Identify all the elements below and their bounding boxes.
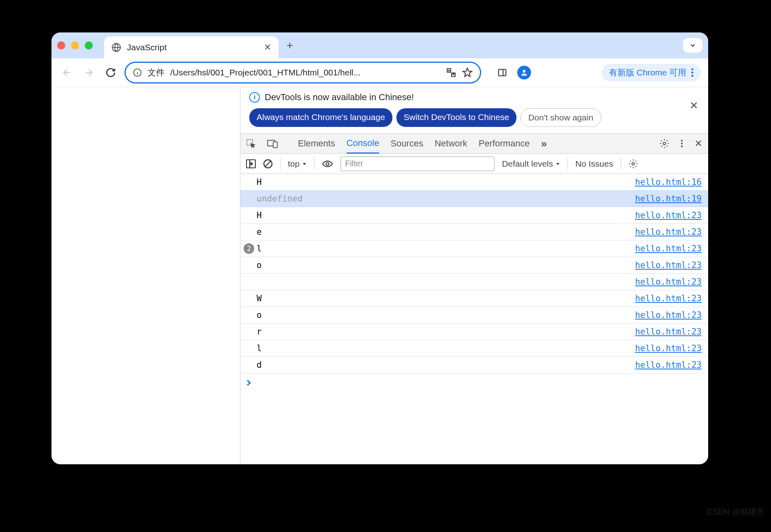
tab-network[interactable]: Network (435, 134, 467, 153)
profile-button[interactable] (516, 64, 532, 81)
console-row: ohello.html:23 (240, 257, 708, 274)
filter-input[interactable]: Filter (341, 157, 495, 171)
context-selector[interactable]: top (288, 159, 307, 169)
source-link[interactable]: hello.html:23 (635, 294, 702, 303)
svg-rect-2 (499, 69, 506, 76)
console-toolbar: top Filter Default levels No Issues (240, 154, 708, 174)
side-panel-button[interactable] (494, 64, 510, 81)
navigation-toolbar: 文件 /Users/hsl/001_Project/001_HTML/html_… (51, 58, 708, 87)
close-tab-icon[interactable]: ✕ (264, 42, 271, 53)
log-levels-selector[interactable]: Default levels (502, 159, 560, 169)
console-row: 2lhello.html:23 (240, 240, 708, 257)
close-devtools-icon[interactable]: ✕ (694, 138, 702, 149)
more-icon[interactable] (691, 68, 694, 77)
issues-label[interactable]: No Issues (575, 159, 613, 169)
svg-point-10 (663, 142, 666, 145)
tabs-dropdown-button[interactable] (683, 38, 702, 53)
console-row: undefinedhello.html:19 (240, 191, 708, 207)
console-prompt[interactable] (240, 373, 708, 392)
clear-console-icon[interactable] (263, 159, 273, 169)
reload-button[interactable] (103, 64, 119, 81)
dismiss-banner-button[interactable]: Don't show again (520, 108, 601, 127)
console-row: ohello.html:23 (240, 307, 708, 324)
svg-point-3 (523, 70, 526, 73)
site-info-icon[interactable] (133, 68, 142, 77)
browser-window: JavaScript ✕ + 文件 /Users/hsl/001_Project… (51, 32, 708, 464)
console-message: l (254, 343, 635, 353)
svg-point-13 (681, 146, 683, 147)
console-settings-icon[interactable] (628, 159, 638, 169)
tab-strip: JavaScript ✕ + (51, 32, 708, 58)
settings-icon[interactable] (660, 139, 669, 148)
translate-icon[interactable] (446, 67, 456, 78)
bookmark-icon[interactable] (462, 67, 473, 78)
back-button[interactable] (59, 64, 75, 81)
new-tab-button[interactable]: + (282, 39, 298, 52)
browser-tab[interactable]: JavaScript ✕ (104, 36, 278, 58)
console-row: Hhello.html:23 (240, 207, 708, 224)
update-notice[interactable]: 有新版 Chrome 可用 (602, 64, 701, 82)
console-row: Whello.html:23 (240, 290, 708, 307)
source-link[interactable]: hello.html:23 (635, 227, 702, 237)
repeat-count-badge: 2 (244, 243, 254, 254)
console-row: Hhello.html:16 (240, 174, 708, 191)
svg-point-4 (692, 69, 694, 71)
source-link[interactable]: hello.html:23 (635, 310, 702, 320)
console-row: lhello.html:23 (240, 340, 708, 357)
forward-button[interactable] (81, 64, 97, 81)
svg-point-5 (692, 72, 694, 74)
device-toolbar-icon[interactable] (267, 139, 278, 148)
page-viewport (51, 87, 240, 464)
info-icon: i (249, 92, 260, 103)
console-message: W (254, 294, 635, 303)
devtools-panel: i DevTools is now available in Chinese! … (240, 87, 708, 464)
console-message: H (254, 177, 635, 187)
match-language-button[interactable]: Always match Chrome's language (249, 108, 392, 127)
console-message: d (254, 360, 635, 370)
tab-console[interactable]: Console (347, 134, 379, 154)
close-window-button[interactable] (57, 41, 65, 49)
avatar-icon (517, 66, 531, 79)
source-link[interactable]: hello.html:23 (635, 277, 702, 287)
svg-rect-9 (273, 142, 277, 148)
minimize-window-button[interactable] (71, 41, 79, 49)
source-link[interactable]: hello.html:23 (635, 360, 702, 370)
console-row: ehello.html:23 (240, 224, 708, 240)
live-expression-icon[interactable] (322, 160, 333, 168)
toggle-sidebar-icon[interactable] (246, 159, 256, 168)
tab-title: JavaScript (127, 43, 167, 52)
source-link[interactable]: hello.html:19 (635, 194, 702, 204)
source-link[interactable]: hello.html:16 (635, 177, 702, 187)
console-message: o (254, 260, 635, 270)
source-link[interactable]: hello.html:23 (635, 327, 702, 337)
source-link[interactable]: hello.html:23 (635, 210, 702, 220)
console-message: undefined (254, 194, 635, 204)
update-notice-label: 有新版 Chrome 可用 (609, 67, 686, 78)
switch-language-button[interactable]: Switch DevTools to Chinese (396, 108, 516, 127)
tab-performance[interactable]: Performance (479, 134, 530, 153)
console-message: H (254, 210, 635, 220)
tab-elements[interactable]: Elements (298, 134, 335, 153)
address-prefix: 文件 (148, 67, 165, 78)
close-banner-icon[interactable]: ✕ (690, 99, 698, 112)
console-output: Hhello.html:16undefinedhello.html:19Hhel… (240, 174, 708, 464)
source-link[interactable]: hello.html:23 (635, 343, 702, 353)
address-bar[interactable]: 文件 /Users/hsl/001_Project/001_HTML/html_… (124, 62, 481, 84)
console-message: l (254, 244, 635, 253)
maximize-window-button[interactable] (85, 41, 93, 49)
more-tabs-icon[interactable]: » (541, 137, 547, 150)
kebab-menu-icon[interactable] (681, 139, 683, 148)
console-row: dhello.html:23 (240, 357, 708, 373)
window-controls (57, 41, 93, 49)
svg-point-12 (681, 143, 683, 144)
inspect-element-icon[interactable] (246, 139, 256, 148)
watermark: CSDN @韩曙亮 (707, 506, 765, 517)
devtools-language-banner: i DevTools is now available in Chinese! … (240, 87, 708, 133)
devtools-tabs: Elements Console Sources Network Perform… (240, 133, 708, 154)
source-link[interactable]: hello.html:23 (635, 260, 702, 270)
source-link[interactable]: hello.html:23 (635, 244, 702, 253)
banner-message: DevTools is now available in Chinese! (265, 92, 414, 103)
svg-point-11 (681, 140, 683, 142)
tab-sources[interactable]: Sources (390, 134, 423, 153)
console-message: o (254, 310, 635, 320)
